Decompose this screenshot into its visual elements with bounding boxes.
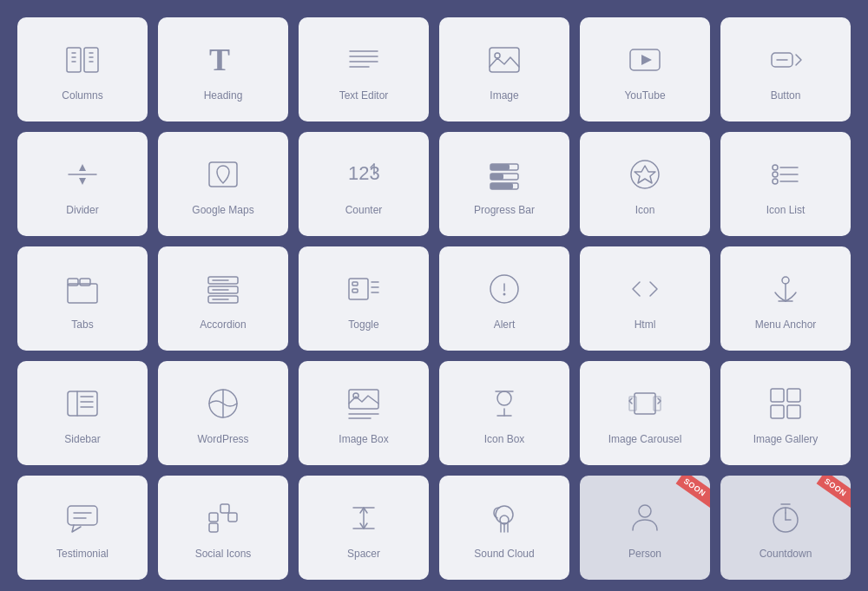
svg-rect-83 bbox=[787, 405, 800, 418]
widget-label-icon-box: Icon Box bbox=[484, 433, 525, 445]
widget-label-image-carousel: Image Carousel bbox=[608, 433, 682, 445]
sidebar-icon bbox=[60, 381, 105, 426]
widget-card-countdown: SOONCountdown bbox=[720, 476, 851, 580]
widget-card-html[interactable]: Html bbox=[580, 246, 710, 351]
svg-marker-34 bbox=[635, 166, 655, 183]
svg-rect-32 bbox=[490, 183, 513, 189]
widget-label-columns: Columns bbox=[62, 89, 102, 102]
svg-marker-21 bbox=[79, 178, 86, 185]
widget-card-heading[interactable]: THeading bbox=[158, 17, 288, 121]
widget-label-alert: Alert bbox=[494, 318, 516, 331]
widget-label-countdown: Countdown bbox=[760, 548, 812, 560]
menu-anchor-icon bbox=[763, 266, 808, 312]
svg-text:123: 123 bbox=[348, 162, 380, 184]
soon-badge: SOON bbox=[817, 476, 851, 509]
svg-rect-42 bbox=[68, 279, 78, 286]
svg-rect-28 bbox=[490, 164, 510, 170]
widget-card-image-gallery[interactable]: Image Gallery bbox=[720, 361, 851, 465]
widget-label-sound-cloud: Sound Cloud bbox=[474, 548, 534, 560]
widget-label-toggle: Toggle bbox=[348, 318, 378, 331]
svg-rect-89 bbox=[209, 523, 218, 532]
testimonial-icon bbox=[60, 496, 105, 541]
widget-card-wordpress[interactable]: WordPress bbox=[158, 361, 288, 465]
widget-card-menu-anchor[interactable]: Menu Anchor bbox=[720, 246, 851, 351]
text-editor-icon bbox=[341, 37, 386, 82]
svg-point-99 bbox=[639, 505, 651, 517]
widget-card-icon[interactable]: Icon bbox=[580, 132, 710, 236]
widget-card-social-icons[interactable]: Social Icons bbox=[158, 476, 288, 580]
widget-card-image-box[interactable]: Image Box bbox=[299, 361, 429, 465]
alert-icon bbox=[482, 266, 527, 312]
widget-card-progress-bar[interactable]: Progress Bar bbox=[439, 132, 569, 236]
widget-card-tabs[interactable]: Tabs bbox=[17, 246, 148, 351]
widget-card-icon-list[interactable]: Icon List bbox=[720, 132, 851, 236]
widget-label-accordion: Accordion bbox=[200, 318, 246, 331]
button-icon bbox=[763, 37, 808, 82]
widget-card-google-maps[interactable]: Google Maps bbox=[158, 132, 288, 236]
progress-bar-icon bbox=[482, 152, 527, 197]
svg-point-59 bbox=[782, 277, 789, 284]
widget-label-wordpress: WordPress bbox=[197, 433, 248, 445]
svg-rect-81 bbox=[787, 389, 800, 402]
widget-card-counter[interactable]: 123Counter bbox=[299, 132, 429, 236]
svg-point-14 bbox=[495, 53, 500, 58]
icon-list-icon bbox=[763, 152, 808, 197]
widget-card-text-editor[interactable]: Text Editor bbox=[299, 17, 429, 121]
widget-label-divider: Divider bbox=[66, 204, 98, 216]
widget-label-sidebar: Sidebar bbox=[64, 433, 100, 445]
spacer-icon bbox=[341, 496, 386, 541]
tabs-icon bbox=[60, 266, 105, 312]
widget-card-testimonial[interactable]: Testimonial bbox=[17, 476, 148, 580]
svg-rect-82 bbox=[771, 405, 784, 418]
widget-label-image-box: Image Box bbox=[339, 433, 388, 445]
widget-card-columns[interactable]: Columns bbox=[17, 17, 148, 121]
widget-label-google-maps: Google Maps bbox=[192, 204, 253, 216]
svg-rect-79 bbox=[654, 397, 661, 410]
widget-card-accordion[interactable]: Accordion bbox=[158, 246, 288, 351]
image-carousel-icon bbox=[622, 381, 667, 426]
widget-card-spacer[interactable]: Spacer bbox=[299, 476, 429, 580]
widget-grid: ColumnsTHeadingText EditorImageYouTubeBu… bbox=[17, 17, 851, 580]
icon-icon bbox=[622, 152, 667, 197]
widget-label-social-icons: Social Icons bbox=[195, 548, 252, 560]
heading-icon: T bbox=[201, 37, 246, 82]
accordion-icon bbox=[201, 266, 246, 312]
widget-card-youtube[interactable]: YouTube bbox=[580, 17, 710, 121]
html-icon bbox=[622, 266, 667, 312]
widget-card-button[interactable]: Button bbox=[720, 17, 851, 121]
svg-point-94 bbox=[496, 506, 513, 523]
widget-label-text-editor: Text Editor bbox=[339, 89, 389, 102]
svg-marker-20 bbox=[79, 164, 86, 171]
svg-rect-88 bbox=[220, 504, 229, 513]
svg-rect-55 bbox=[352, 289, 358, 292]
image-icon bbox=[482, 37, 527, 82]
svg-rect-77 bbox=[635, 393, 655, 414]
svg-point-39 bbox=[773, 179, 778, 184]
svg-rect-80 bbox=[771, 389, 784, 402]
countdown-icon bbox=[763, 496, 808, 541]
widget-label-html: Html bbox=[635, 318, 656, 331]
widget-label-button: Button bbox=[771, 89, 801, 102]
widget-card-toggle[interactable]: Toggle bbox=[299, 246, 429, 351]
svg-rect-0 bbox=[67, 48, 81, 72]
widget-label-spacer: Spacer bbox=[347, 548, 380, 560]
divider-icon bbox=[60, 152, 105, 197]
widget-label-menu-anchor: Menu Anchor bbox=[755, 318, 817, 331]
widget-card-alert[interactable]: Alert bbox=[439, 246, 569, 351]
widget-card-sidebar[interactable]: Sidebar bbox=[17, 361, 148, 465]
icon-box-icon bbox=[482, 381, 527, 426]
widget-label-counter: Counter bbox=[345, 204, 383, 216]
widget-card-image-carousel[interactable]: Image Carousel bbox=[580, 361, 710, 465]
svg-rect-54 bbox=[352, 282, 358, 286]
widget-card-icon-box[interactable]: Icon Box bbox=[439, 361, 569, 465]
widget-card-divider[interactable]: Divider bbox=[17, 132, 148, 236]
svg-rect-50 bbox=[349, 279, 368, 299]
svg-rect-41 bbox=[68, 284, 97, 303]
widget-label-icon: Icon bbox=[635, 204, 655, 216]
widget-label-testimonial: Testimonial bbox=[56, 548, 108, 560]
widget-label-tabs: Tabs bbox=[71, 318, 93, 331]
widget-card-image[interactable]: Image bbox=[439, 17, 569, 121]
widget-card-sound-cloud[interactable]: Sound Cloud bbox=[439, 476, 569, 580]
svg-point-23 bbox=[220, 169, 226, 174]
svg-marker-16 bbox=[641, 55, 652, 65]
